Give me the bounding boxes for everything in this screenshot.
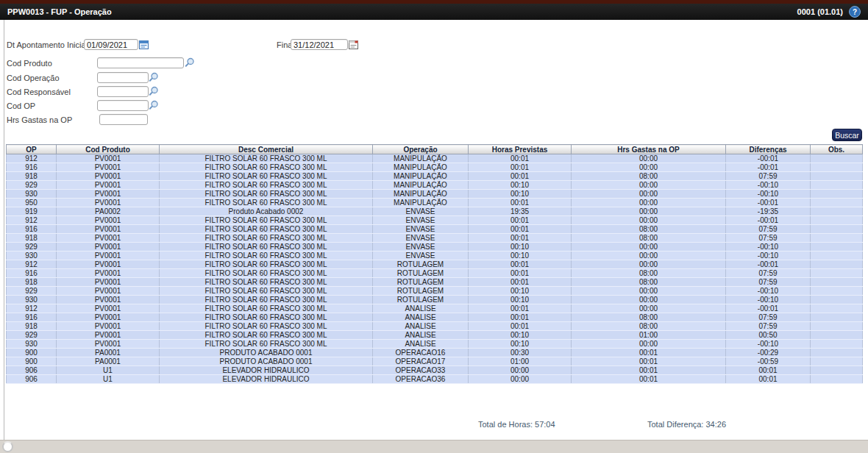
table-cell: [811, 269, 863, 278]
lookup-icon-responsavel[interactable]: [149, 86, 159, 96]
table-cell: [811, 181, 863, 190]
results-table: OPCod ProdutoDesc ComercialOperaçãoHoras…: [6, 144, 863, 384]
table-cell: 930: [7, 296, 57, 304]
table-cell: ROTULAGEM: [373, 278, 469, 287]
table-cell: FILTRO SOLAR 60 FRASCO 300 ML: [160, 190, 373, 199]
table-row[interactable]: 900PA0001PRODUTO ACABADO 0001OPERACAO170…: [7, 357, 863, 366]
table-row[interactable]: 918PV0001FILTRO SOLAR 60 FRASCO 300 MLEN…: [7, 234, 863, 243]
table-cell: 916: [7, 163, 57, 172]
table-row[interactable]: 916PV0001FILTRO SOLAR 60 FRASCO 300 MLEN…: [7, 225, 863, 234]
table-row[interactable]: 929PV0001FILTRO SOLAR 60 FRASCO 300 MLRO…: [7, 287, 863, 296]
table-cell: 00:00: [572, 296, 726, 304]
table-row[interactable]: 912PV0001FILTRO SOLAR 60 FRASCO 300 MLRO…: [7, 260, 863, 269]
cod-operacao-input[interactable]: [97, 72, 149, 83]
table-row[interactable]: 929PV0001FILTRO SOLAR 60 FRASCO 300 MLMA…: [7, 181, 863, 190]
cod-op-input[interactable]: [97, 100, 149, 111]
table-cell: 00:10: [469, 287, 572, 296]
table-row[interactable]: 912PV0001FILTRO SOLAR 60 FRASCO 300 MLAN…: [7, 304, 863, 313]
table-body: 912PV0001FILTRO SOLAR 60 FRASCO 300 MLMA…: [7, 154, 863, 384]
table-row[interactable]: 930PV0001FILTRO SOLAR 60 FRASCO 300 MLAN…: [7, 340, 863, 349]
dt-final-input[interactable]: [291, 39, 348, 50]
table-cell: 19:35: [469, 207, 572, 216]
table-cell: [811, 199, 863, 207]
table-cell: 918: [7, 172, 57, 181]
table-row[interactable]: 912PV0001FILTRO SOLAR 60 FRASCO 300 MLMA…: [7, 154, 863, 163]
table-row[interactable]: 906U1ELEVADOR HIDRAULICOOPERACAO3300:000…: [7, 366, 863, 375]
table-row[interactable]: 916PV0001FILTRO SOLAR 60 FRASCO 300 MLRO…: [7, 269, 863, 278]
table-row[interactable]: 912PV0001FILTRO SOLAR 60 FRASCO 300 MLEN…: [7, 216, 863, 225]
table-cell: 912: [7, 216, 57, 225]
table-cell: FILTRO SOLAR 60 FRASCO 300 ML: [160, 234, 373, 243]
cod-produto-input[interactable]: [97, 57, 184, 68]
table-cell: 00:50: [726, 331, 811, 340]
table-cell: PV0001: [57, 154, 160, 163]
table-cell: 950: [7, 199, 57, 207]
table-cell: FILTRO SOLAR 60 FRASCO 300 ML: [160, 296, 373, 304]
calendar-icon-inicial[interactable]: [139, 40, 149, 49]
table-cell: 08:00: [572, 322, 726, 331]
table-row[interactable]: 918PV0001FILTRO SOLAR 60 FRASCO 300 MLRO…: [7, 278, 863, 287]
table-row[interactable]: 930PV0001FILTRO SOLAR 60 FRASCO 300 MLRO…: [7, 296, 863, 304]
table-cell: 00:30: [469, 349, 572, 357]
column-header: Horas Previstas: [469, 145, 572, 154]
table-cell: 08:00: [572, 278, 726, 287]
table-cell: PV0001: [57, 269, 160, 278]
hrs-gastas-input[interactable]: [99, 114, 148, 125]
calendar-icon-final[interactable]: [349, 40, 358, 49]
dt-inicial-input[interactable]: [84, 39, 138, 50]
table-row[interactable]: 918PV0001FILTRO SOLAR 60 FRASCO 300 MLAN…: [7, 322, 863, 331]
buscar-button[interactable]: Buscar: [832, 129, 862, 141]
lookup-icon-produto[interactable]: [185, 57, 195, 68]
table-cell: FILTRO SOLAR 60 FRASCO 300 ML: [160, 322, 373, 331]
table-cell: 08:00: [572, 172, 726, 181]
table-cell: -00:59: [726, 357, 811, 366]
table-cell: 00:01: [572, 375, 726, 384]
table-cell: 00:01: [469, 278, 572, 287]
table-cell: MANIPULAÇÃO: [373, 154, 469, 163]
table-cell: 00:00: [469, 375, 572, 384]
total-diferenca-value: 34:26: [706, 420, 727, 429]
table-cell: 00:01: [572, 349, 726, 357]
table-cell: PV0001: [57, 331, 160, 340]
table-row[interactable]: 916PV0001FILTRO SOLAR 60 FRASCO 300 MLMA…: [7, 163, 863, 172]
table-row[interactable]: 918PV0001FILTRO SOLAR 60 FRASCO 300 MLMA…: [7, 172, 863, 181]
table-cell: [811, 252, 863, 260]
table-cell: FILTRO SOLAR 60 FRASCO 300 ML: [160, 216, 373, 225]
table-row[interactable]: 929PV0001FILTRO SOLAR 60 FRASCO 300 MLEN…: [7, 243, 863, 252]
table-cell: FILTRO SOLAR 60 FRASCO 300 ML: [160, 278, 373, 287]
table-cell: 00:00: [572, 199, 726, 207]
table-cell: 929: [7, 181, 57, 190]
table-cell: -00:10: [726, 190, 811, 199]
lookup-icon-operacao[interactable]: [149, 72, 159, 82]
column-header: Operação: [373, 145, 469, 154]
lookup-icon-op[interactable]: [149, 100, 159, 110]
table-cell: -00:01: [726, 304, 811, 313]
table-cell: [811, 207, 863, 216]
page-title: PPW0013 - FUP - Operação: [7, 7, 112, 16]
table-row[interactable]: 919PA0002Produto Acabado 0002ENVASE19:35…: [7, 207, 863, 216]
table-row[interactable]: 930PV0001FILTRO SOLAR 60 FRASCO 300 MLEN…: [7, 252, 863, 260]
table-cell: 00:01: [572, 366, 726, 375]
table-cell: MANIPULAÇÃO: [373, 199, 469, 207]
table-row[interactable]: 916PV0001FILTRO SOLAR 60 FRASCO 300 MLAN…: [7, 313, 863, 322]
table-cell: 01:00: [572, 331, 726, 340]
column-header: Hrs Gastas na OP: [572, 145, 726, 154]
table-cell: 930: [7, 252, 57, 260]
total-diferenca-label: Total Diferença:: [647, 420, 703, 429]
table-row[interactable]: 900PA0001PRODUTO ACABADO 0001OPERACAO160…: [7, 349, 863, 357]
table-row[interactable]: 906U1ELEVADOR HIDRAULICOOPERACAO3600:000…: [7, 375, 863, 384]
table-cell: -00:01: [726, 163, 811, 172]
table-row[interactable]: 929PV0001FILTRO SOLAR 60 FRASCO 300 MLAN…: [7, 331, 863, 340]
table-cell: ELEVADOR HIDRAULICO: [160, 366, 373, 375]
table-cell: PA0001: [57, 349, 160, 357]
table-cell: ROTULAGEM: [373, 287, 469, 296]
table-cell: 00:00: [572, 243, 726, 252]
help-icon[interactable]: ?: [849, 6, 861, 18]
table-row[interactable]: 950PV0001FILTRO SOLAR 60 FRASCO 300 MLMA…: [7, 199, 863, 207]
table-cell: ANALISE: [373, 331, 469, 340]
table-cell: 08:00: [572, 234, 726, 243]
cod-responsavel-input[interactable]: [97, 86, 149, 97]
table-row[interactable]: 930PV0001FILTRO SOLAR 60 FRASCO 300 MLMA…: [7, 190, 863, 199]
table-cell: 00:01: [572, 357, 726, 366]
table-cell: [811, 331, 863, 340]
